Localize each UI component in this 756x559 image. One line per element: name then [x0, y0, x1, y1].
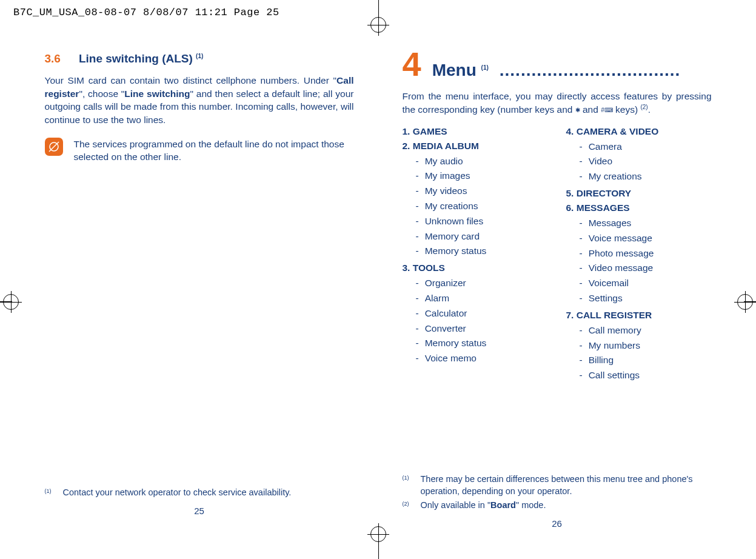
intro-paragraph: From the menu interface, you may directl… [403, 90, 712, 116]
menu-item: Video [566, 154, 712, 169]
menu-item: Settings [566, 291, 712, 306]
menu-item: Alarm [403, 291, 548, 306]
menu-column-left: 1. GAMES 2. MEDIA ALBUM My audio My imag… [403, 122, 548, 383]
menu-item: Voicemail [566, 276, 712, 291]
registration-mark-top [370, 17, 386, 33]
chapter-heading: 4 Menu (1) .............................… [403, 47, 712, 81]
page-right: 4 Menu (1) .............................… [378, 52, 718, 383]
section-superscript: (1) [196, 53, 203, 59]
leader-dots: .................................. [500, 61, 712, 80]
chapter-number: 4 [403, 47, 421, 81]
footnotes-left: (1) Contact your network operator to che… [45, 486, 354, 498]
page-left: 3.6 Line switching (ALS) (1) Your SIM ca… [39, 52, 378, 383]
footnote-number: (2) [403, 499, 413, 511]
menu-item: Organizer [403, 276, 548, 291]
footnote-number: (1) [403, 473, 413, 498]
menu-item: Memory card [403, 229, 548, 244]
menu-item: My creations [566, 169, 712, 184]
menu-columns: 1. GAMES 2. MEDIA ALBUM My audio My imag… [403, 122, 712, 383]
body-paragraph: Your SIM card can contain two distinct c… [45, 74, 354, 127]
menu-heading: 3. TOOLS [403, 263, 548, 273]
registration-mark-left [3, 294, 19, 310]
menu-heading: 7. CALL REGISTER [566, 310, 712, 321]
footnote-text: Contact your network operator to check s… [63, 486, 292, 498]
menu-item: Photo message [566, 246, 712, 261]
registration-mark-bottom [370, 526, 386, 542]
footer-zone: (1) Contact your network operator to che… [39, 473, 718, 529]
menu-item: Voice memo [403, 351, 548, 366]
page-number-left: 25 [45, 506, 354, 516]
menu-column-right: 4. CAMERA & VIDEO Camera Video My creati… [566, 122, 712, 383]
menu-item: Voice message [566, 231, 712, 246]
menu-item: Calculator [403, 306, 548, 321]
section-number: 3.6 [45, 52, 61, 65]
footnote-number: (1) [45, 486, 56, 498]
menu-item: Camera [566, 139, 712, 155]
note-row: The services programmed on the default l… [45, 138, 354, 164]
hash-key-icon: #⌨ [601, 107, 613, 113]
footnotes-right: (1) There may be certain differences bet… [403, 473, 712, 511]
menu-item: My creations [403, 199, 548, 214]
note-text: The services programmed on the default l… [74, 138, 354, 164]
menu-heading: 1. GAMES [403, 126, 548, 137]
footnote: (1) There may be certain differences bet… [403, 473, 712, 498]
chapter-title: Menu (1) [432, 61, 489, 80]
menu-heading: 4. CAMERA & VIDEO [566, 126, 712, 137]
menu-item: Converter [403, 321, 548, 336]
footnote-text: Only available in "Board" mode. [421, 499, 546, 511]
menu-item: Call memory [566, 323, 712, 338]
footnote: (2) Only available in "Board" mode. [403, 499, 712, 511]
menu-heading: 6. MESSAGES [566, 203, 712, 213]
menu-item: Video message [566, 261, 712, 276]
menu-item: My audio [403, 154, 548, 169]
menu-heading: 5. DIRECTORY [566, 188, 712, 199]
footnote: (1) Contact your network operator to che… [45, 486, 354, 498]
footer-left: (1) Contact your network operator to che… [39, 473, 378, 529]
menu-item: Memory status [403, 336, 548, 351]
page-number-right: 26 [403, 518, 712, 529]
menu-heading: 2. MEDIA ALBUM [403, 141, 548, 152]
menu-item: My videos [403, 184, 548, 199]
svg-line-1 [49, 142, 59, 152]
menu-item: Messages [566, 216, 712, 231]
menu-item: Billing [566, 353, 712, 368]
menu-item: My numbers [566, 338, 712, 353]
menu-item: My images [403, 169, 548, 184]
section-title: Line switching (ALS) (1) [79, 52, 203, 65]
page-spread: 3.6 Line switching (ALS) (1) Your SIM ca… [39, 52, 718, 383]
registration-mark-right [737, 294, 753, 310]
footer-right: (1) There may be certain differences bet… [378, 473, 718, 529]
footnote-text: There may be certain differences between… [421, 473, 712, 498]
menu-item: Memory status [403, 244, 548, 259]
note-icon [45, 138, 63, 156]
section-heading: 3.6 Line switching (ALS) (1) [45, 52, 354, 65]
menu-item: Call settings [566, 368, 712, 383]
menu-item: Unknown files [403, 214, 548, 229]
star-key-icon: ✱ [575, 107, 580, 113]
chapter-superscript: (1) [481, 64, 489, 71]
